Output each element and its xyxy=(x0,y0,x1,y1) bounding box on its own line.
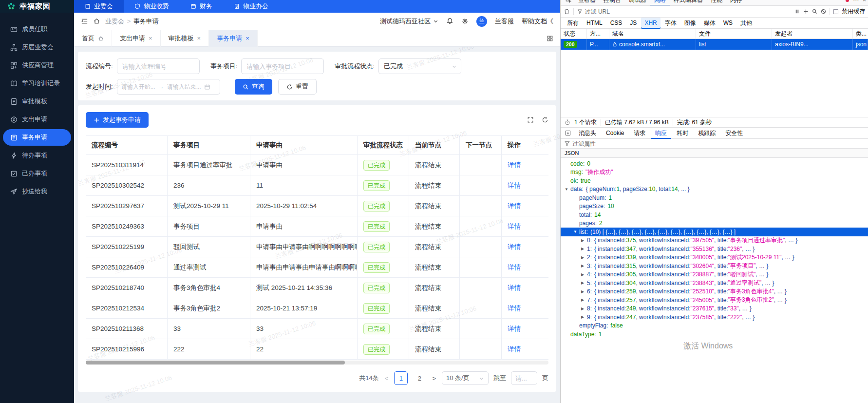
json-row-list-entry[interactable]: ▶2:{ instanceId: 339, workflowInstanceId… xyxy=(561,253,868,262)
tab-options-grid-icon[interactable] xyxy=(547,35,560,42)
json-row-list-entry[interactable]: ▶4:{ instanceId: 305, workflowInstanceId… xyxy=(561,270,868,279)
tab-transaction-request[interactable]: 事务申请 × xyxy=(209,30,258,47)
flow-no-input[interactable] xyxy=(117,58,200,74)
json-row-list-entry[interactable]: ▶0:{ instanceId: 375, workflowInstanceId… xyxy=(561,236,868,245)
devtools-tab-inspector[interactable]: 查看器 xyxy=(574,0,600,6)
col-status[interactable]: 状态 xyxy=(561,29,587,38)
close-tab-icon[interactable]: × xyxy=(149,35,152,42)
sidebar-item-supplier-management[interactable]: 供应商管理 xyxy=(3,57,71,74)
col-file[interactable]: 文件 xyxy=(696,29,772,38)
element-picker-icon[interactable] xyxy=(563,0,574,3)
detail-link[interactable]: 详情 xyxy=(508,325,521,333)
sidebar-item-transaction-request[interactable]: 事务申请 xyxy=(3,129,71,146)
reset-button[interactable]: 重置 xyxy=(278,79,317,95)
devtools-tab-style-editor[interactable]: 样式编辑器 xyxy=(670,0,707,6)
devtools-tab-console[interactable]: 控制台 xyxy=(600,0,625,6)
search-icon[interactable] xyxy=(812,9,817,14)
detail-link[interactable]: 详情 xyxy=(508,304,521,313)
type-filter-images[interactable]: 图像 xyxy=(681,18,699,29)
topnav-item-property-office[interactable]: 物业办公 xyxy=(223,0,279,13)
type-filter-html[interactable]: HTML xyxy=(583,18,606,29)
user-avatar[interactable]: 兰 xyxy=(476,16,487,27)
pause-icon[interactable] xyxy=(794,9,800,14)
detail-link[interactable]: 详情 xyxy=(508,263,521,272)
create-transaction-button[interactable]: 发起事务申请 xyxy=(86,112,149,128)
search-button[interactable]: 查询 xyxy=(235,79,272,95)
detail-tab-security[interactable]: 安全性 xyxy=(721,128,747,139)
json-row-list-entry[interactable]: ▶8:{ instanceId: 249, workflowInstanceId… xyxy=(561,305,868,313)
clear-requests-trash-icon[interactable] xyxy=(564,8,570,15)
sidebar-item-cc-to-me[interactable]: 抄送给我 xyxy=(3,183,71,200)
json-row-msg[interactable]: msg:"操作成功" xyxy=(561,168,868,177)
sidebar-item-todo-items[interactable]: 待办事项 xyxy=(3,147,71,164)
tab-expense-request[interactable]: 支出申请 × xyxy=(112,30,161,47)
sidebar-item-approval-templates[interactable]: 审批模板 xyxy=(3,93,71,110)
next-page-button[interactable]: > xyxy=(431,375,437,382)
filter-url-input[interactable] xyxy=(585,8,791,15)
prev-page-button[interactable]: < xyxy=(384,375,390,382)
col-method[interactable]: 方... xyxy=(587,29,609,38)
refresh-table-icon[interactable] xyxy=(542,116,548,123)
detail-panel-toggle-icon[interactable] xyxy=(563,130,573,136)
filter-properties-input[interactable] xyxy=(572,140,670,147)
disable-cache-checkbox[interactable] xyxy=(833,9,838,14)
detail-link[interactable]: 详情 xyxy=(508,181,521,190)
tab-home[interactable]: 首页 xyxy=(74,30,112,47)
type-filter-other[interactable]: 其他 xyxy=(737,18,755,29)
type-filter-fonts[interactable]: 字体 xyxy=(661,18,680,29)
type-filter-xhr[interactable]: XHR xyxy=(641,18,660,29)
json-row-list-entry[interactable]: ▶6:{ instanceId: 259, workflowInstanceId… xyxy=(561,288,868,296)
detail-tab-request[interactable]: 请求 xyxy=(629,128,650,139)
collapse-sidebar-icon[interactable] xyxy=(81,18,88,25)
close-tab-icon[interactable]: × xyxy=(197,35,201,42)
json-row-pages[interactable]: pages:2 xyxy=(561,219,868,228)
close-tab-icon[interactable]: × xyxy=(245,35,249,42)
username[interactable]: 兰客服 xyxy=(495,17,514,26)
devtools-tab-network[interactable]: 网络 xyxy=(650,0,670,6)
page-button-2[interactable]: 2 xyxy=(413,371,426,385)
json-row-datatype[interactable]: dataType:1 xyxy=(561,330,868,339)
home-icon[interactable] xyxy=(93,18,100,25)
community-selector[interactable]: 测试德玛西亚社区 xyxy=(380,17,438,26)
col-domain[interactable]: 域名 xyxy=(609,29,696,38)
sidebar-item-expense-request[interactable]: 支出申请 xyxy=(3,111,71,128)
breadcrumb-parent[interactable]: 业委会 xyxy=(105,18,124,25)
request-initiator-link[interactable]: axios-BIN9... xyxy=(775,41,809,48)
col-initiator[interactable]: 发起者 xyxy=(772,29,853,38)
page-button-1[interactable]: 1 xyxy=(394,371,408,385)
detail-tab-stack-trace[interactable]: 栈跟踪 xyxy=(694,128,720,139)
page-size-select[interactable]: 10 条/页 xyxy=(442,371,489,385)
date-range-picker[interactable]: 请输入开始... → 请输入结束... xyxy=(117,79,220,95)
devtools-tab-performance[interactable]: 性能 xyxy=(707,0,726,6)
devtools-close-icon[interactable]: × xyxy=(863,0,866,3)
type-filter-js[interactable]: JS xyxy=(626,18,640,29)
detail-link[interactable]: 详情 xyxy=(508,222,521,231)
network-request-row[interactable]: 200 P... console.smartxf... list axios-B… xyxy=(561,39,868,50)
detail-link[interactable]: 详情 xyxy=(508,345,521,354)
detail-tab-cookie[interactable]: Cookie xyxy=(602,128,628,139)
topnav-item-property-fees[interactable]: 物业收费 xyxy=(124,0,180,13)
fullscreen-expand-icon[interactable] xyxy=(527,116,534,123)
topnav-item-committee[interactable]: 业委会 xyxy=(74,0,124,13)
status-select[interactable]: 已完成 xyxy=(378,58,461,74)
settings-gear-icon[interactable] xyxy=(461,18,469,25)
help-docs-link[interactable]: 帮助文档《 xyxy=(522,17,553,26)
json-row-pagesize[interactable]: pageSize:10 xyxy=(561,202,868,211)
sidebar-item-training-records[interactable]: 学习培训记录 xyxy=(3,75,71,92)
json-section-header[interactable]: JSON xyxy=(561,149,868,158)
devtools-tab-memory[interactable]: 内存 xyxy=(726,0,746,6)
json-row-pagenum[interactable]: pageNum:1 xyxy=(561,193,868,202)
devtools-tab-debugger[interactable]: 调试器 xyxy=(625,0,650,6)
type-filter-css[interactable]: CSS xyxy=(607,18,626,29)
json-row-code[interactable]: code:0 xyxy=(561,159,868,168)
sidebar-item-past-committees[interactable]: 历届业委会 xyxy=(3,39,71,56)
scrollbar-thumb[interactable] xyxy=(86,361,345,365)
detail-link[interactable]: 详情 xyxy=(508,161,521,170)
devtools-menu-icon[interactable]: ⋯ xyxy=(853,0,859,3)
json-row-data[interactable]: ▼data:{ pageNum: 1, pageSize: 10, total:… xyxy=(561,185,868,194)
sidebar-item-done-items[interactable]: 已办事项 xyxy=(3,165,71,182)
notification-bell-icon[interactable] xyxy=(446,18,453,25)
detail-link[interactable]: 详情 xyxy=(508,243,521,251)
detail-tab-headers[interactable]: 消息头 xyxy=(574,128,601,139)
json-row-list-entry[interactable]: ▶9:{ instanceId: 247, workflowInstanceId… xyxy=(561,313,868,322)
